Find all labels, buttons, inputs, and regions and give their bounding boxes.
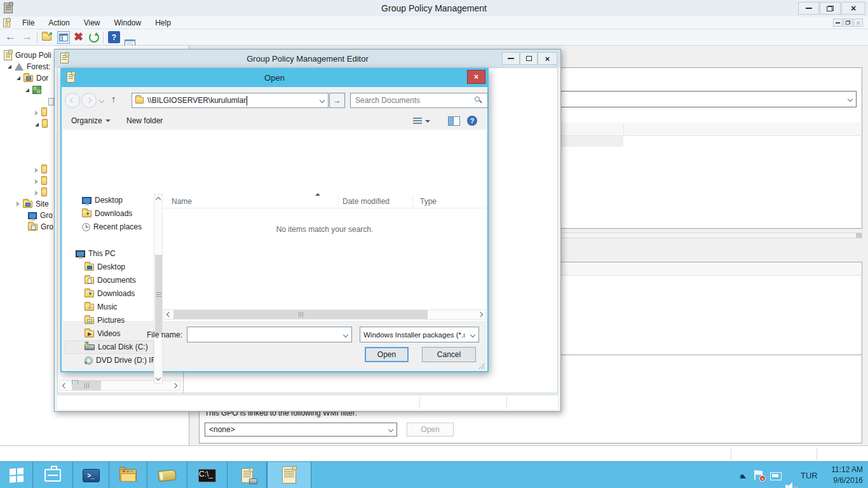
nav-forward-button[interactable] bbox=[81, 93, 97, 108]
views-button[interactable] bbox=[413, 118, 430, 125]
wmi-filter-dropdown[interactable]: <none> bbox=[205, 423, 397, 437]
file-name-input[interactable] bbox=[187, 327, 352, 342]
menu-window[interactable]: Window bbox=[107, 18, 149, 27]
clock[interactable]: 11:12 AM 9/6/2016 bbox=[821, 464, 863, 486]
collapsed-icon[interactable] bbox=[35, 191, 38, 196]
gpm-minimize-button[interactable] bbox=[798, 2, 819, 15]
scrollbar-thumb[interactable] bbox=[155, 255, 162, 334]
address-go-button[interactable]: → bbox=[329, 93, 345, 108]
back-icon[interactable]: ← bbox=[5, 30, 16, 43]
forward-icon[interactable]: → bbox=[22, 30, 32, 43]
nav-item-videos[interactable]: ▶Videos bbox=[85, 329, 120, 338]
gpme-close-button[interactable]: × bbox=[538, 52, 557, 65]
column-separator[interactable] bbox=[338, 194, 339, 207]
mdi-minimize-button[interactable] bbox=[833, 18, 843, 27]
address-bar[interactable]: \\BILGIOSERVER\kurulumlar bbox=[132, 93, 329, 108]
scroll-left-icon[interactable] bbox=[166, 312, 172, 317]
open-dialog-titlebar[interactable]: Open × bbox=[60, 68, 489, 87]
expanded-icon[interactable] bbox=[25, 88, 29, 92]
tree-item-results[interactable]: Gro bbox=[28, 222, 53, 231]
taskbar-server-manager[interactable] bbox=[33, 462, 73, 488]
cancel-button[interactable]: Cancel bbox=[422, 347, 476, 362]
recent-locations-icon[interactable] bbox=[99, 98, 104, 103]
nav-item-pictures[interactable]: Pictures bbox=[85, 316, 125, 325]
collapsed-icon[interactable] bbox=[35, 168, 38, 173]
tree-item-modeling[interactable]: Gro bbox=[28, 211, 53, 220]
nav-item-downloads[interactable]: ▼Downloads bbox=[82, 209, 132, 218]
open-button[interactable]: Open bbox=[365, 347, 409, 362]
help-icon[interactable]: ? bbox=[108, 31, 120, 43]
taskbar-gpme-active[interactable] bbox=[267, 462, 311, 488]
export-folder-icon[interactable]: ↗ bbox=[42, 34, 51, 41]
search-icon[interactable] bbox=[475, 97, 482, 104]
tree-item-domains[interactable]: Dor bbox=[17, 74, 48, 83]
column-separator[interactable] bbox=[412, 194, 413, 207]
chevron-down-icon[interactable] bbox=[320, 98, 325, 103]
tree-item-domain[interactable] bbox=[25, 86, 41, 94]
nav-item-recent-places[interactable]: Recent places bbox=[82, 222, 142, 231]
menu-action[interactable]: Action bbox=[41, 18, 76, 27]
nav-item-dvd-drive[interactable]: ▼DVD Drive (D:) IR bbox=[85, 356, 156, 365]
show-hidden-icons[interactable] bbox=[740, 475, 746, 478]
nav-item-music[interactable]: ♫Music bbox=[85, 302, 117, 311]
volume-muted-icon[interactable]: × bbox=[785, 482, 797, 488]
taskbar-gpmc[interactable] bbox=[227, 462, 267, 488]
scroll-down-icon[interactable] bbox=[156, 376, 161, 381]
language-indicator[interactable]: TUR bbox=[801, 471, 818, 480]
file-type-select[interactable]: Windows Installer packages (*.r bbox=[360, 327, 479, 342]
taskbar-command-prompt[interactable]: C:\_ bbox=[187, 462, 227, 488]
tree-item-collapsed[interactable] bbox=[35, 166, 47, 173]
collapsed-icon[interactable] bbox=[35, 111, 38, 116]
scroll-right-icon[interactable] bbox=[478, 312, 483, 317]
mdi-close-button[interactable]: × bbox=[853, 18, 863, 27]
gpme-minimize-button[interactable] bbox=[502, 52, 520, 65]
wmi-open-button[interactable]: Open bbox=[407, 423, 454, 437]
up-one-level-icon[interactable]: ↑ bbox=[111, 93, 116, 104]
expanded-icon[interactable] bbox=[35, 123, 39, 126]
show-console-tree-icon[interactable] bbox=[57, 31, 70, 44]
nav-item-documents[interactable]: Documents bbox=[85, 276, 136, 285]
nav-item-local-disk[interactable]: Local Disk (C:) bbox=[85, 342, 148, 351]
column-header-name[interactable]: Name bbox=[172, 197, 192, 206]
scroll-up-icon[interactable] bbox=[156, 197, 161, 202]
tree-item-sites[interactable]: Site bbox=[17, 200, 49, 208]
scrollbar-thumb[interactable] bbox=[173, 310, 428, 319]
tree-item-forest[interactable]: Forest: bbox=[8, 62, 50, 71]
scroll-right-icon[interactable] bbox=[172, 383, 177, 388]
taskbar-powershell[interactable]: >_ bbox=[73, 462, 109, 488]
tree-item-collapsed[interactable] bbox=[35, 109, 47, 116]
refresh-icon[interactable]: ▲ bbox=[89, 32, 99, 43]
collapsed-icon[interactable] bbox=[35, 179, 38, 184]
gpme-pane-splitter[interactable] bbox=[183, 372, 184, 393]
open-dialog-close-button[interactable]: × bbox=[467, 70, 485, 84]
tree-item-collapsed[interactable] bbox=[35, 189, 47, 196]
nav-item-this-pc[interactable]: This PC bbox=[76, 249, 116, 258]
tree-item-expanded[interactable] bbox=[35, 121, 48, 128]
gpme-titlebar[interactable]: Group Policy Management Editor × bbox=[55, 50, 560, 67]
scroll-left-icon[interactable] bbox=[62, 383, 67, 388]
menu-file[interactable]: File bbox=[15, 18, 41, 27]
search-box[interactable]: Search Documents bbox=[350, 93, 488, 108]
column-header-type[interactable]: Type bbox=[420, 197, 437, 206]
resize-grip[interactable] bbox=[478, 363, 485, 369]
taskbar-file-explorer[interactable] bbox=[109, 462, 147, 488]
help-icon[interactable]: ? bbox=[467, 116, 477, 126]
menu-view[interactable]: View bbox=[77, 18, 107, 27]
nav-item-desktop[interactable]: Desktop bbox=[82, 196, 123, 205]
expanded-icon[interactable] bbox=[17, 76, 20, 80]
tree-item-root[interactable]: Group Poli bbox=[4, 50, 51, 60]
nav-item-downloads-pc[interactable]: ▼Downloads bbox=[85, 289, 135, 298]
preview-pane-icon[interactable] bbox=[448, 116, 460, 126]
menu-help[interactable]: Help bbox=[148, 18, 178, 27]
mdi-restore-button[interactable] bbox=[843, 18, 853, 27]
gpme-maximize-button[interactable] bbox=[520, 52, 538, 65]
list-hscrollbar[interactable] bbox=[163, 309, 486, 320]
collapsed-icon[interactable] bbox=[17, 201, 20, 207]
column-header-date-modified[interactable]: Date modified bbox=[342, 197, 390, 206]
organize-button[interactable]: Organize bbox=[71, 116, 111, 125]
network-icon[interactable] bbox=[770, 472, 782, 480]
address-text[interactable]: \\BILGIOSERVER\kurulumlar bbox=[147, 96, 246, 105]
taskbar-book-app[interactable] bbox=[147, 462, 187, 488]
new-folder-button[interactable]: New folder bbox=[126, 116, 163, 125]
nav-vscrollbar[interactable] bbox=[154, 194, 163, 384]
